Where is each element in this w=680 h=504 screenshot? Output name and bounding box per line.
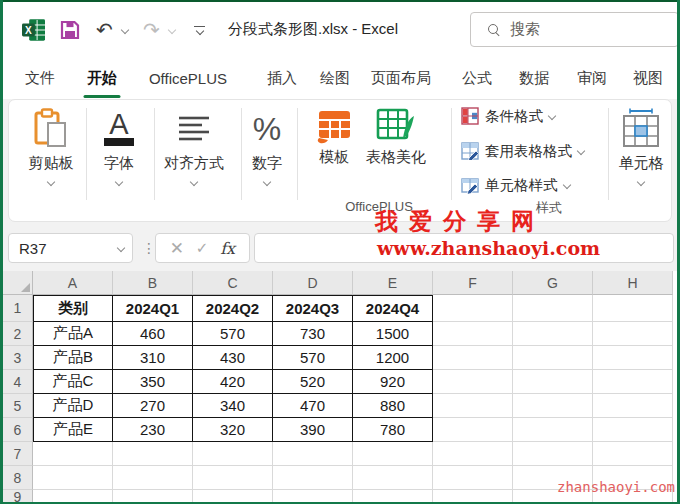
cell-styles-button[interactable]: 单元格样式 xyxy=(461,173,570,197)
cell-B2[interactable]: 460 xyxy=(113,322,193,346)
enter-icon[interactable]: ✓ xyxy=(196,239,209,257)
tab-data[interactable]: 数据 xyxy=(512,57,556,99)
cell-C3[interactable]: 430 xyxy=(193,346,273,370)
cell-H5[interactable] xyxy=(593,394,673,418)
select-all-button[interactable] xyxy=(3,271,33,295)
name-box-dropdown-icon[interactable] xyxy=(117,244,125,252)
row-header-2[interactable]: 2 xyxy=(3,322,33,346)
customize-quick-access-icon[interactable] xyxy=(194,2,205,57)
column-header-C[interactable]: C xyxy=(193,271,273,295)
row-header-9[interactable]: 9 xyxy=(3,490,33,502)
cell-E7[interactable] xyxy=(353,442,433,466)
cell-A8[interactable] xyxy=(33,466,113,490)
cell-D2[interactable]: 730 xyxy=(273,322,353,346)
cell-E9[interactable] xyxy=(353,490,433,502)
column-header-H[interactable]: H xyxy=(593,271,673,295)
cell-C7[interactable] xyxy=(193,442,273,466)
tab-formulas[interactable]: 公式 xyxy=(455,57,499,99)
row-header-3[interactable]: 3 xyxy=(3,346,33,370)
cell-G6[interactable] xyxy=(513,418,593,442)
cell-A3[interactable]: 产品B xyxy=(33,346,113,370)
column-header-F[interactable]: F xyxy=(433,271,513,295)
cell-F3[interactable] xyxy=(433,346,513,370)
cell-H4[interactable] xyxy=(593,370,673,394)
cell-A1[interactable]: 类别 xyxy=(33,295,113,322)
cell-H1[interactable] xyxy=(593,295,673,322)
cell-E8[interactable] xyxy=(353,466,433,490)
tab-view[interactable]: 视图 xyxy=(626,57,670,99)
row-header-8[interactable]: 8 xyxy=(3,466,33,490)
cell-D1[interactable]: 2024Q3 xyxy=(273,295,353,322)
cell-B9[interactable] xyxy=(113,490,193,502)
cell-B5[interactable]: 270 xyxy=(113,394,193,418)
cell-H2[interactable] xyxy=(593,322,673,346)
row-header-7[interactable]: 7 xyxy=(3,442,33,466)
cell-B4[interactable]: 350 xyxy=(113,370,193,394)
cell-A6[interactable]: 产品E xyxy=(33,418,113,442)
alignment-group-button[interactable]: 对齐方式 xyxy=(154,106,234,185)
cell-C8[interactable] xyxy=(193,466,273,490)
name-box[interactable]: R37 xyxy=(8,233,133,263)
format-as-table-button[interactable]: 套用表格格式 xyxy=(461,139,584,163)
cell-D6[interactable]: 390 xyxy=(273,418,353,442)
insert-function-icon[interactable]: fx xyxy=(220,239,235,258)
undo-dropdown-icon[interactable] xyxy=(122,2,128,57)
row-header-1[interactable]: 1 xyxy=(3,295,33,322)
cell-H7[interactable] xyxy=(593,442,673,466)
cell-E3[interactable]: 1200 xyxy=(353,346,433,370)
cell-G4[interactable] xyxy=(513,370,593,394)
tab-home[interactable]: 开始 xyxy=(80,57,124,99)
cell-D7[interactable] xyxy=(273,442,353,466)
cancel-icon[interactable]: ✕ xyxy=(170,238,184,259)
undo-icon[interactable]: ↶ xyxy=(96,2,113,57)
cell-D9[interactable] xyxy=(273,490,353,502)
cell-F8[interactable] xyxy=(433,466,513,490)
number-group-button[interactable]: % 数字 xyxy=(227,106,307,185)
cell-G1[interactable] xyxy=(513,295,593,322)
row-header-5[interactable]: 5 xyxy=(3,394,33,418)
tab-draw[interactable]: 绘图 xyxy=(313,57,357,99)
row-header-6[interactable]: 6 xyxy=(3,418,33,442)
column-header-G[interactable]: G xyxy=(513,271,593,295)
column-header-B[interactable]: B xyxy=(113,271,193,295)
cell-C9[interactable] xyxy=(193,490,273,502)
cell-A5[interactable]: 产品D xyxy=(33,394,113,418)
cells-group-button[interactable]: 单元格 xyxy=(601,106,680,185)
tab-review[interactable]: 审阅 xyxy=(570,57,614,99)
cell-A4[interactable]: 产品C xyxy=(33,370,113,394)
cell-G2[interactable] xyxy=(513,322,593,346)
formula-bar-grip-icon[interactable]: ⋮ xyxy=(142,233,156,263)
cell-E4[interactable]: 920 xyxy=(353,370,433,394)
tab-insert[interactable]: 插入 xyxy=(260,57,304,99)
cell-C2[interactable]: 570 xyxy=(193,322,273,346)
cell-F9[interactable] xyxy=(433,490,513,502)
cell-F6[interactable] xyxy=(433,418,513,442)
cell-C4[interactable]: 420 xyxy=(193,370,273,394)
cell-H3[interactable] xyxy=(593,346,673,370)
cell-C5[interactable]: 340 xyxy=(193,394,273,418)
cell-D8[interactable] xyxy=(273,466,353,490)
font-group-button[interactable]: A 字体 xyxy=(79,106,159,185)
tab-file[interactable]: 文件 xyxy=(20,57,60,99)
search-input[interactable]: 搜索 xyxy=(470,12,679,47)
cell-A2[interactable]: 产品A xyxy=(33,322,113,346)
cell-F7[interactable] xyxy=(433,442,513,466)
row-header-4[interactable]: 4 xyxy=(3,370,33,394)
conditional-formatting-button[interactable]: 条件格式 xyxy=(461,104,555,128)
column-header-A[interactable]: A xyxy=(33,271,113,295)
cell-G7[interactable] xyxy=(513,442,593,466)
column-header-E[interactable]: E xyxy=(353,271,433,295)
cell-D3[interactable]: 570 xyxy=(273,346,353,370)
cell-F4[interactable] xyxy=(433,370,513,394)
cell-E1[interactable]: 2024Q4 xyxy=(353,295,433,322)
cell-H6[interactable] xyxy=(593,418,673,442)
cell-F1[interactable] xyxy=(433,295,513,322)
cell-E6[interactable]: 780 xyxy=(353,418,433,442)
tab-page-layout[interactable]: 页面布局 xyxy=(364,57,438,99)
tab-officeplus[interactable]: OfficePLUS xyxy=(138,57,238,99)
column-header-D[interactable]: D xyxy=(273,271,353,295)
cell-D4[interactable]: 520 xyxy=(273,370,353,394)
cell-B3[interactable]: 310 xyxy=(113,346,193,370)
cell-A7[interactable] xyxy=(33,442,113,466)
cell-B7[interactable] xyxy=(113,442,193,466)
